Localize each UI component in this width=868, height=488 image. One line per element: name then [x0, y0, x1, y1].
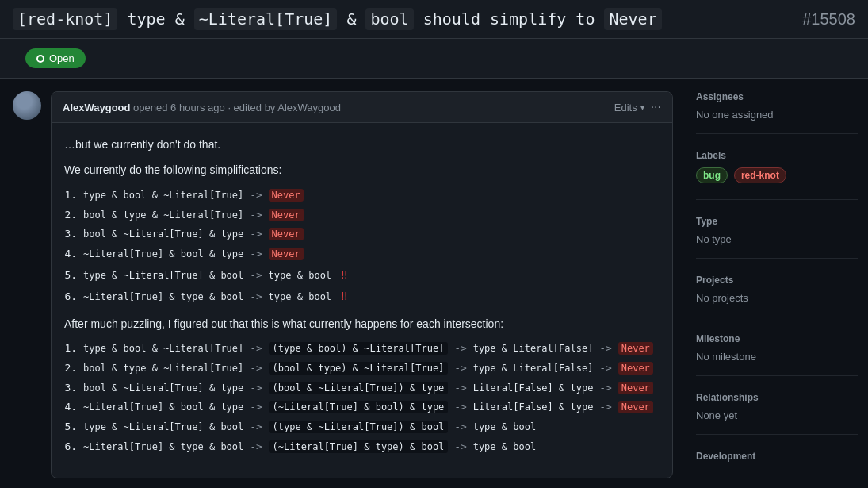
content-area: AlexWaygood opened 6 hours ago · edited …: [0, 79, 686, 487]
edits-button[interactable]: Edits ▾: [614, 102, 644, 113]
list-item: type & ~Literal[True] & bool -> (type & …: [83, 419, 660, 436]
comment-box: AlexWaygood opened 6 hours ago · edited …: [51, 91, 673, 478]
comment-username: AlexWaygood: [63, 102, 130, 113]
edits-label: Edits: [614, 102, 637, 113]
main-layout: AlexWaygood opened 6 hours ago · edited …: [0, 79, 868, 487]
relationships-label: Relationships: [696, 392, 858, 403]
list-item: type & bool & ~Literal[True] -> (type & …: [83, 340, 660, 357]
issue-number: #15508: [802, 10, 855, 29]
list-item: type & ~Literal[True] & bool -> type & b…: [83, 266, 660, 284]
projects-value: No projects: [696, 292, 858, 304]
list-item: bool & ~Literal[True] & type -> (bool & …: [83, 380, 660, 397]
relationships-section: Relationships None yet: [696, 392, 858, 435]
error-icon-1: ‼: [341, 268, 347, 281]
list-item: ~Literal[True] & bool & type -> Never: [83, 246, 660, 263]
issue-title: [red-knot] type & ~Literal[True] & bool …: [13, 10, 793, 29]
label-red-knot[interactable]: red-knot: [734, 167, 786, 183]
intro-text: …but we currently don't do that.: [64, 136, 660, 153]
projects-section: Projects No projects: [696, 275, 858, 317]
comment-actions: Edits ▾ ···: [614, 100, 661, 114]
title-part-1: [red-knot]: [13, 8, 117, 30]
title-part-4: Never: [604, 8, 661, 30]
comment-body: …but we currently don't do that. We curr…: [52, 123, 672, 478]
comment-opened: opened 6 hours ago · edited by: [133, 102, 277, 113]
simplifications-list: type & bool & ~Literal[True] -> Never bo…: [64, 187, 660, 305]
title-part-3: bool: [365, 8, 413, 30]
more-options-button[interactable]: ···: [651, 100, 661, 114]
intersection-list: type & bool & ~Literal[True] -> (type & …: [64, 340, 660, 455]
list-item: ~Literal[True] & type & bool -> (~Litera…: [83, 439, 660, 455]
assignees-section: Assignees No one assigned: [696, 91, 858, 134]
assignees-value: No one assigned: [696, 109, 858, 121]
comment-editor: AlexWaygood: [277, 102, 341, 113]
subtitle-text: We currently do the following simplifica…: [64, 161, 660, 179]
list-item: ~Literal[True] & type & bool -> type & b…: [83, 287, 660, 305]
milestone-label: Milestone: [696, 333, 858, 344]
open-icon: [36, 55, 44, 63]
type-label: Type: [696, 216, 858, 227]
type-section: Type No type: [696, 216, 858, 259]
labels-section: Labels bug red-knot: [696, 150, 858, 200]
list-item: bool & type & ~Literal[True] -> (bool & …: [83, 360, 660, 377]
title-part-2: ~Literal[True]: [194, 8, 338, 30]
comment-meta: AlexWaygood opened 6 hours ago · edited …: [63, 102, 606, 113]
labels-label: Labels: [696, 150, 858, 161]
error-icon-2: ‼: [341, 290, 347, 302]
assignees-label: Assignees: [696, 91, 858, 102]
relationships-value: None yet: [696, 409, 858, 421]
comment-header: AlexWaygood opened 6 hours ago · edited …: [52, 92, 672, 123]
list-item: ~Literal[True] & bool & type -> (~Litera…: [83, 399, 660, 416]
list-item: bool & ~Literal[True] & type -> Never: [83, 226, 660, 243]
open-button[interactable]: Open: [25, 48, 86, 68]
edits-chevron-icon: ▾: [640, 103, 644, 112]
type-value: No type: [696, 233, 858, 245]
projects-label: Projects: [696, 275, 858, 286]
development-section: Development: [696, 451, 858, 481]
list-item: bool & type & ~Literal[True] -> Never: [83, 207, 660, 224]
after-text: After much puzzling, I figured out that …: [64, 315, 660, 332]
sidebar: Assignees No one assigned Labels bug red…: [686, 79, 868, 487]
milestone-section: Milestone No milestone: [696, 333, 858, 376]
labels-container: bug red-knot: [696, 167, 858, 186]
list-item: type & bool & ~Literal[True] -> Never: [83, 187, 660, 204]
milestone-value: No milestone: [696, 351, 858, 363]
avatar: [13, 91, 41, 120]
label-bug[interactable]: bug: [696, 167, 728, 183]
issue-header: [red-knot] type & ~Literal[True] & bool …: [0, 0, 868, 39]
development-label: Development: [696, 451, 858, 462]
